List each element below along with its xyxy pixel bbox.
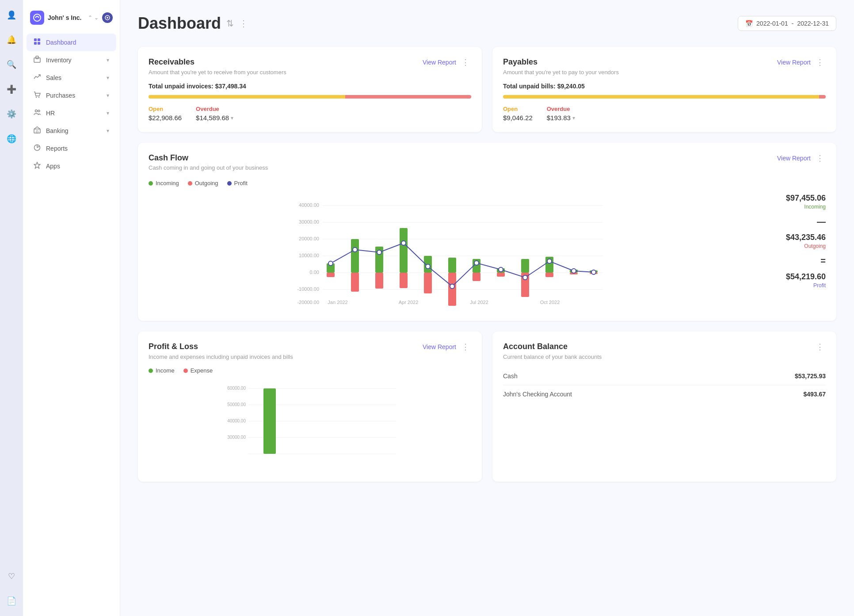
receivables-menu[interactable]: ⋮ <box>460 57 471 67</box>
sidebar-item-inventory[interactable]: Inventory ▾ <box>27 51 116 69</box>
receivables-overdue-chevron[interactable]: ▾ <box>231 115 233 121</box>
plus-icon[interactable]: ➕ <box>4 81 19 97</box>
sidebar-item-reports[interactable]: Reports <box>27 140 116 157</box>
receivables-total: Total unpaid invoices: $37,498.34 <box>149 83 471 90</box>
profit-loss-title: Profit & Loss <box>149 342 198 351</box>
title-area: Dashboard ⇅ ⋮ <box>138 14 248 33</box>
balance-item-cash: Cash $53,725.93 <box>503 367 826 385</box>
dashboard-icon <box>34 38 41 47</box>
income-dot <box>149 369 153 373</box>
balance-amount-checking: $493.67 <box>803 391 826 398</box>
account-balance-menu[interactable]: ⋮ <box>814 342 826 352</box>
profit-amount: $54,219.60 <box>767 272 826 281</box>
sidebar-item-apps[interactable]: Apps <box>27 157 116 175</box>
profit-loss-menu[interactable]: ⋮ <box>460 342 471 352</box>
svg-rect-46 <box>497 273 505 277</box>
svg-point-55 <box>328 261 333 266</box>
avatar-icon[interactable]: 👤 <box>4 7 19 23</box>
legend-outgoing-label: Outgoing <box>195 180 218 186</box>
payables-overdue-amount: $193.83 <box>547 114 571 122</box>
summary-profit: $54,219.60 Profit <box>767 272 826 289</box>
payables-view-report[interactable]: View Report <box>777 59 811 66</box>
payables-overdue-label: Overdue <box>547 106 575 112</box>
date-separator: - <box>792 20 794 27</box>
summary-outgoing: $43,235.46 Outgoing <box>767 233 826 249</box>
sidebar-item-banking[interactable]: Banking ▾ <box>27 122 116 140</box>
svg-rect-44 <box>473 273 480 281</box>
svg-point-57 <box>377 250 381 255</box>
svg-text:Jul 2022: Jul 2022 <box>470 300 488 305</box>
svg-point-63 <box>523 275 527 280</box>
nav-icon[interactable] <box>102 12 113 23</box>
cashflow-subtitle: Cash coming in and going out of your bus… <box>149 164 268 171</box>
title-sort-icon[interactable]: ⇅ <box>226 18 234 29</box>
profit-loss-view-report[interactable]: View Report <box>423 343 456 350</box>
company-logo <box>30 11 44 25</box>
cashflow-summary: $97,455.06 Incoming — $43,235.46 Outgoin… <box>764 194 826 310</box>
profit-loss-header: Profit & Loss View Report ⋮ <box>149 342 471 352</box>
company-selector[interactable]: John' s Inc. ⌃⌄ <box>23 7 120 34</box>
svg-rect-40 <box>424 273 432 293</box>
pl-legend-expense: Expense <box>183 367 213 374</box>
svg-rect-47 <box>521 259 529 273</box>
receivables-card: Receivables View Report ⋮ Amount that yo… <box>138 47 482 132</box>
icon-bar: 👤 🔔 🔍 ➕ ⚙️ 🌐 ♡ 📄 <box>0 0 23 616</box>
hr-icon <box>34 109 41 118</box>
settings-icon[interactable]: ⚙️ <box>4 106 19 122</box>
svg-rect-4 <box>34 38 37 41</box>
balance-item-checking: John's Checking Account $493.67 <box>503 385 826 403</box>
payables-progress-bar <box>503 95 826 99</box>
payables-menu[interactable]: ⋮ <box>814 57 826 67</box>
date-range-picker[interactable]: 📅 2022-01-01 - 2022-12-31 <box>738 16 836 31</box>
sidebar-item-hr[interactable]: HR ▾ <box>27 104 116 122</box>
svg-rect-7 <box>38 42 40 45</box>
account-balance-title: Account Balance <box>503 342 568 351</box>
svg-rect-36 <box>375 273 383 289</box>
company-controls[interactable]: ⌃⌄ <box>88 15 99 21</box>
doc-icon[interactable]: 📄 <box>4 593 19 609</box>
legend-incoming: Incoming <box>149 180 179 186</box>
globe-icon[interactable]: 🌐 <box>4 131 19 147</box>
svg-point-64 <box>547 259 552 263</box>
cashflow-view-report[interactable]: View Report <box>777 155 811 162</box>
title-menu-icon[interactable]: ⋮ <box>239 18 248 29</box>
sidebar-item-purchases[interactable]: Purchases ▾ <box>27 87 116 104</box>
svg-point-12 <box>35 110 38 112</box>
expense-dot <box>183 369 188 373</box>
svg-point-0 <box>34 14 41 21</box>
profit-dot <box>227 181 232 186</box>
sidebar-label-purchases: Purchases <box>46 92 75 99</box>
sidebar-item-sales[interactable]: Sales ▾ <box>27 69 116 87</box>
cashflow-legend: Incoming Outgoing Profit <box>149 180 826 186</box>
sidebar-label-dashboard: Dashboard <box>46 39 76 46</box>
receivables-header: Receivables View Report ⋮ <box>149 57 471 67</box>
cashflow-menu[interactable]: ⋮ <box>814 153 826 163</box>
cashflow-title: Cash Flow <box>149 153 268 163</box>
svg-rect-34 <box>351 273 359 292</box>
svg-point-62 <box>499 267 503 272</box>
payables-overdue-chevron[interactable]: ▾ <box>572 115 575 121</box>
company-name: John' s Inc. <box>48 14 84 21</box>
minus-divider: — <box>767 217 826 226</box>
equals-divider: = <box>767 256 826 265</box>
calendar-icon: 📅 <box>745 20 753 27</box>
sidebar-item-dashboard[interactable]: Dashboard <box>27 34 116 51</box>
svg-text:Oct 2022: Oct 2022 <box>540 300 560 305</box>
bell-icon[interactable]: 🔔 <box>4 32 19 48</box>
svg-text:-10000.00: -10000.00 <box>297 286 319 292</box>
svg-rect-80 <box>263 388 276 454</box>
receivables-open-label: Open <box>149 106 182 112</box>
search-icon[interactable]: 🔍 <box>4 57 19 72</box>
chevron-down-icon-sales: ▾ <box>107 75 109 81</box>
receivables-progress-bar <box>149 95 471 99</box>
svg-rect-32 <box>327 273 335 277</box>
receivables-view-report[interactable]: View Report <box>423 59 456 66</box>
summary-incoming: $97,455.06 Incoming <box>767 194 826 210</box>
outgoing-amount: $43,235.46 <box>767 233 826 242</box>
sidebar-label-reports: Reports <box>46 145 68 152</box>
heart-icon[interactable]: ♡ <box>4 568 19 584</box>
pl-expense-label: Expense <box>191 367 213 374</box>
cashflow-header: Cash Flow Cash coming in and going out o… <box>149 153 826 178</box>
payables-title: Payables <box>503 57 538 67</box>
sales-icon <box>34 73 41 82</box>
